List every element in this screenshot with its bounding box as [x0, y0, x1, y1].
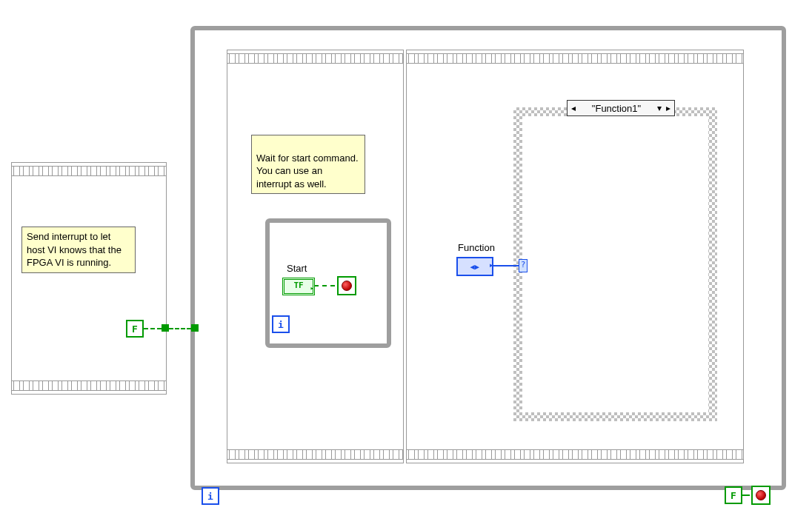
diagram-canvas: i F Send interrupt to let host VI knows … [0, 0, 812, 513]
outer-stop-button[interactable] [751, 486, 771, 505]
inner-iteration-terminal[interactable]: i [272, 315, 290, 333]
tunnel-outer-while [191, 324, 199, 332]
tunnel-left-seq [162, 324, 169, 332]
case-structure [513, 107, 717, 421]
function-control[interactable]: ◂▸ ▸ [456, 257, 493, 276]
outer-iteration-terminal[interactable]: i [202, 487, 219, 505]
note-wait-text: Wait for start command. You can use an i… [256, 152, 359, 190]
case-current-label: "Function1" [578, 103, 655, 114]
note-wait: Wait for start command. You can use an i… [251, 135, 365, 194]
tf-text: TF [293, 281, 303, 290]
case-selector-terminal[interactable]: ? [519, 259, 528, 272]
note-interrupt: Send interrupt to let host VI knows that… [21, 227, 136, 273]
wire-left-to-tunnel1 [144, 328, 162, 329]
function-label: Function [458, 242, 495, 253]
enum-arrows: ◂▸ [470, 262, 479, 272]
case-next[interactable]: ▸ [664, 103, 673, 113]
case-dropdown[interactable]: ▾ [655, 103, 664, 113]
outer-f-terminal[interactable]: F [725, 486, 742, 504]
inner-stop-button[interactable] [337, 276, 356, 295]
start-label: Start [287, 263, 307, 274]
left-f-terminal[interactable]: F [126, 320, 144, 338]
left-sequence-frame [11, 162, 167, 395]
case-inner [522, 116, 708, 412]
case-prev[interactable]: ◂ [569, 103, 578, 113]
wire-start-to-stop [314, 285, 335, 286]
wire-function-to-case [493, 265, 519, 266]
note-interrupt-text: Send interrupt to let host VI knows that… [27, 231, 122, 268]
wire-outer-stop [742, 494, 750, 496]
case-selector[interactable]: ◂ "Function1" ▾ ▸ [567, 100, 675, 116]
wire-between-frames [169, 328, 191, 329]
start-control[interactable]: TF ▸ [282, 278, 315, 295]
